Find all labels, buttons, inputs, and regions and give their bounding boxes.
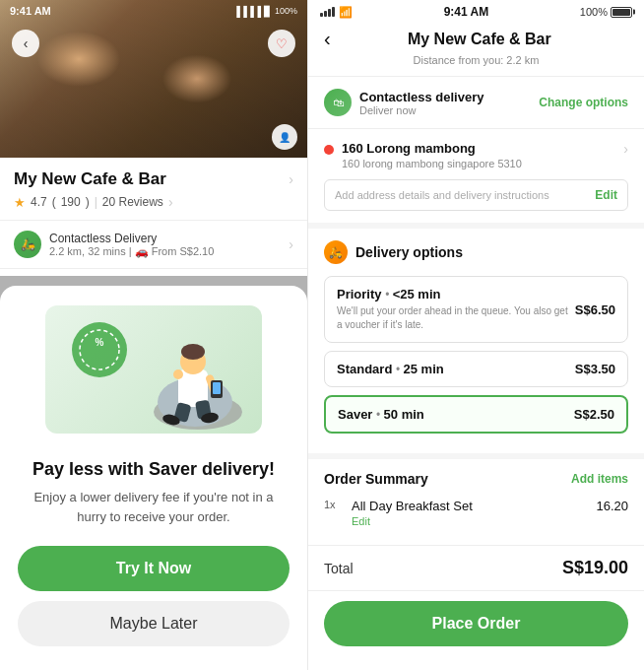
- address-primary: 160 Lorong mambong: [342, 141, 522, 156]
- priority-option-name: Priority • <25 min: [337, 287, 575, 302]
- right-battery-group: 100%: [580, 6, 632, 18]
- right-scrollable-content: 🛍 Contactless delivery Deliver now Chang…: [308, 77, 644, 670]
- illustration-background: %: [45, 305, 262, 434]
- restaurant-card: My New Cafe & Bar › ★ 4.7 (190) | 20 Rev…: [0, 158, 307, 221]
- delivery-options-title: Delivery options: [355, 244, 463, 260]
- delivery-details: 2.2 km, 32 mins | 🚗 From S$2.10: [49, 245, 214, 258]
- rating-value: 4.7: [31, 195, 47, 209]
- svg-point-7: [181, 344, 205, 360]
- saver-option-info: Saver • 50 min: [338, 407, 574, 422]
- status-bar-left: 9:41 AM ▐▐▐▐ ▊ 100%: [0, 0, 307, 22]
- address-detail: 160 lorong mambong singapore 5310: [342, 158, 522, 169]
- contactless-text-group: Contactless delivery Deliver now: [359, 90, 483, 116]
- reviews-count: 190: [61, 195, 81, 209]
- saver-option-price: S$2.50: [574, 407, 614, 422]
- total-label: Total: [324, 561, 354, 576]
- right-page-title: My New Cafe & Bar: [331, 31, 628, 48]
- restaurant-rating: ★ 4.7 (190) | 20 Reviews ›: [14, 194, 293, 210]
- right-battery-pct: 100%: [580, 6, 608, 18]
- location-dot-icon: [324, 145, 334, 155]
- right-battery-icon: [611, 7, 632, 18]
- delivery-from-price: From S$2.10: [152, 245, 215, 257]
- address-row: 160 Lorong mambong 160 lorong mambong si…: [324, 141, 628, 169]
- delivery-options-section: 🛵 Delivery options Priority • <25 min We…: [308, 229, 644, 459]
- delivery-icon: 🚗: [135, 245, 149, 257]
- right-back-button[interactable]: ‹: [324, 28, 331, 50]
- favourite-button[interactable]: ♡: [268, 30, 295, 57]
- item-quantity: 1x: [324, 499, 344, 510]
- change-options-link[interactable]: Change options: [539, 96, 628, 109]
- order-item-row: 1x All Day Breakfast Set Edit 16.20: [324, 499, 628, 527]
- left-status-icons: ▐▐▐▐ ▊ 100%: [233, 6, 297, 17]
- contactless-label-group: 🛍 Contactless delivery Deliver now: [324, 89, 483, 116]
- signal-icon: ▐▐▐▐: [233, 6, 261, 17]
- modal-description: Enjoy a lower delivery fee if you're not…: [18, 488, 290, 526]
- saver-option[interactable]: Saver • 50 min S$2.50: [324, 395, 628, 434]
- modal-content: %: [0, 286, 307, 670]
- right-nav: ‹ My New Cafe & Bar: [324, 28, 628, 50]
- address-chevron-icon[interactable]: ›: [623, 141, 628, 157]
- summary-header: Order Summary Add items: [324, 471, 628, 487]
- maybe-later-button[interactable]: Maybe Later: [18, 601, 290, 646]
- standard-option[interactable]: Standard • 25 min S$3.50: [324, 351, 628, 387]
- delivery-avatar: 🛵: [14, 231, 41, 258]
- add-items-link[interactable]: Add items: [571, 472, 628, 486]
- contactless-bag-icon: 🛍: [333, 97, 344, 108]
- svg-text:%: %: [96, 337, 104, 348]
- order-summary-section: Order Summary Add items 1x All Day Break…: [308, 459, 644, 546]
- reviews-label: 20 Reviews: [102, 195, 163, 209]
- total-row: Total S$19.00: [308, 546, 644, 591]
- total-price: S$19.00: [562, 558, 628, 578]
- left-panel: 9:41 AM ▐▐▐▐ ▊ 100% ‹ ♡ 👤 My New Cafe & …: [0, 0, 307, 670]
- right-status-bar: 📶 9:41 AM 100%: [308, 0, 644, 24]
- discount-badge-icon: %: [70, 320, 129, 379]
- priority-option-desc: We'll put your order ahead in the queue.…: [337, 304, 575, 332]
- standard-option-info: Standard • 25 min: [337, 362, 575, 376]
- delivery-avatar-icon: 🛵: [21, 237, 35, 251]
- delivery-distance: 2.2 km: [49, 245, 82, 257]
- modal-overlay: %: [0, 276, 307, 670]
- delivery-time: 32 mins: [88, 245, 126, 257]
- delivery-info: 🛵 Contactless Delivery 2.2 km, 32 mins |…: [0, 221, 307, 269]
- priority-option[interactable]: Priority • <25 min We'll put your order …: [324, 276, 628, 343]
- back-button[interactable]: ‹: [12, 30, 39, 57]
- add-address-box[interactable]: Add address details and delivery instruc…: [324, 179, 628, 211]
- person-count-icon: 👤: [272, 124, 297, 150]
- contactless-icon: 🛍: [324, 89, 352, 116]
- signal-bar-2: [324, 11, 327, 17]
- place-order-button[interactable]: Place Order: [324, 601, 628, 646]
- star-icon: ★: [14, 195, 26, 210]
- signal-bar-4: [332, 7, 335, 17]
- delivery-chevron-icon[interactable]: ›: [289, 236, 293, 252]
- restaurant-header: My New Cafe & Bar ›: [14, 169, 293, 189]
- contactless-subtitle: Deliver now: [359, 104, 483, 116]
- priority-option-info: Priority • <25 min We'll put your order …: [337, 287, 575, 332]
- signal-group: 📶: [320, 6, 353, 19]
- address-text-group: 160 Lorong mambong 160 lorong mambong si…: [342, 141, 522, 169]
- saver-option-name: Saver • 50 min: [338, 407, 574, 422]
- add-address-placeholder: Add address details and delivery instruc…: [335, 189, 549, 201]
- signal-bar-3: [328, 9, 331, 17]
- person-icon: 👤: [279, 132, 290, 143]
- modal-illustration: %: [45, 305, 262, 443]
- order-summary-title: Order Summary: [324, 471, 428, 487]
- standard-option-price: S$3.50: [575, 362, 615, 376]
- wifi-icon: 📶: [339, 6, 353, 19]
- item-edit-link[interactable]: Edit: [352, 515, 588, 527]
- svg-point-15: [173, 369, 183, 379]
- delivery-options-icon: 🛵: [324, 240, 348, 264]
- left-status-time: 9:41 AM: [10, 5, 51, 17]
- delivery-text-group: Contactless Delivery 2.2 km, 32 mins | 🚗…: [49, 232, 214, 258]
- try-it-now-button[interactable]: Try It Now: [18, 546, 290, 591]
- item-info: All Day Breakfast Set Edit: [352, 499, 588, 527]
- person-sitting-icon: [124, 325, 252, 434]
- contactless-title: Contactless delivery: [359, 90, 483, 104]
- modal-title: Pay less with Saver delivery!: [18, 459, 290, 480]
- contactless-delivery-section: 🛍 Contactless delivery Deliver now Chang…: [308, 77, 644, 129]
- svg-rect-10: [213, 382, 221, 394]
- signal-bar-1: [320, 13, 323, 17]
- delivery-options-header: 🛵 Delivery options: [324, 240, 628, 264]
- reviews-chevron-icon[interactable]: ›: [168, 194, 173, 210]
- restaurant-chevron-icon[interactable]: ›: [289, 171, 293, 187]
- address-edit-link[interactable]: Edit: [595, 188, 617, 202]
